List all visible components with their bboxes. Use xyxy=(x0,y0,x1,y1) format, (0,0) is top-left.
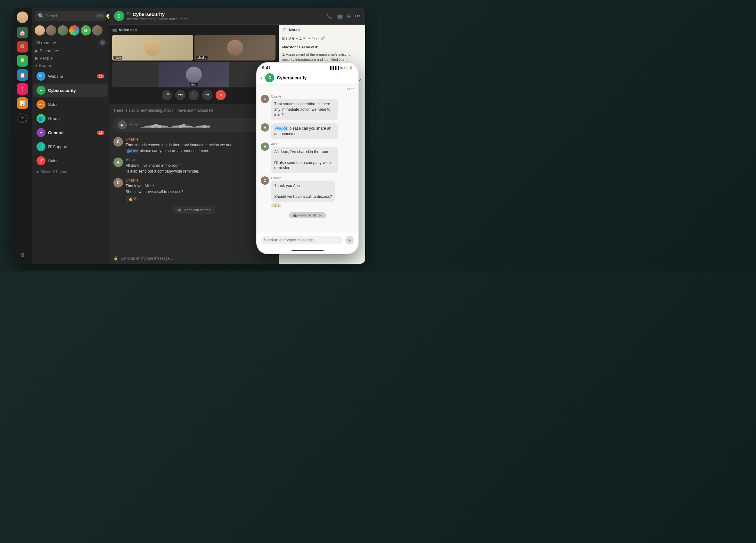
room-badge-general: 12 xyxy=(97,131,104,135)
notes-heading: Milestones Achieved: xyxy=(282,45,362,50)
mute-button[interactable]: 🎤 xyxy=(162,90,172,100)
nav-analytics[interactable]: 📊 xyxy=(17,97,28,109)
video-label-bob: Bob xyxy=(190,83,198,86)
room-it-support[interactable]: ⊙ IT Support xyxy=(33,140,108,153)
mobile-send-button[interactable]: ▶ xyxy=(345,236,354,245)
truncated-message: There is also a new phishing attack. I h… xyxy=(113,108,248,113)
mobile-bubble-alice-1: All done, I've shared in the room. I'll … xyxy=(271,147,338,173)
strikethrough-icon[interactable]: S xyxy=(292,37,294,40)
audio-time: 00:23 xyxy=(129,123,138,127)
system-message: 📹 Video call started xyxy=(113,206,274,214)
more-button[interactable]: ••• xyxy=(355,13,360,19)
camera-button[interactable]: 📷 xyxy=(175,90,185,100)
people-header[interactable]: ▶ People xyxy=(32,54,109,62)
user-avatar[interactable] xyxy=(17,12,28,23)
avatar-charlie-1: C xyxy=(113,137,123,147)
outdent-icon[interactable]: ⇤ xyxy=(303,36,306,40)
mobile-status-bar: 9:41 ▐▐▐▐ WiFi 🔋 xyxy=(257,63,358,71)
mobile-video-icon: 📹 xyxy=(293,214,297,217)
header-title-group: 🛡 Cybersecurity Internal room for guidan… xyxy=(127,12,324,21)
msg-text-alice-1: All done, I've shared in the room. I'll … xyxy=(126,163,274,174)
mobile-chat-input[interactable] xyxy=(261,236,343,244)
mobile-time: 9:41 xyxy=(262,65,270,70)
room-general[interactable]: ✦ General 12 xyxy=(33,126,108,139)
room-sales-2[interactable]: ↺ Sales xyxy=(33,154,108,168)
ordered-list-icon[interactable]: 1. xyxy=(299,37,302,40)
video-button[interactable]: 📹 xyxy=(336,13,343,19)
all-rooms-header[interactable]: All rooms ▾ + xyxy=(32,38,109,47)
recent-avatar-4[interactable] xyxy=(69,25,79,36)
msg-content-charlie-2: Charlie Thank you Alice! Should we have … xyxy=(126,178,274,202)
mobile-avatar-alice-1: A xyxy=(261,143,269,151)
people-label: People xyxy=(40,56,53,61)
search-bar[interactable]: 🔍 ⌘K 🧭 xyxy=(35,11,106,21)
quote-icon[interactable]: " xyxy=(312,37,313,40)
mobile-avatar-charlie-1: C xyxy=(261,95,269,103)
room-icon-sales1: 🎯 xyxy=(37,100,45,109)
room-icon-group: 👥 xyxy=(37,114,45,123)
nav-home[interactable]: 🏠 xyxy=(17,27,28,38)
add-room-button[interactable]: + xyxy=(99,39,106,46)
room-website[interactable]: 🔍 Website 10 xyxy=(33,70,108,83)
nav-dashboard[interactable]: 🏛 xyxy=(17,41,28,53)
icon-nav-bar: 🏠 🏛 💡 📋 📍 📊 + ⚙ xyxy=(13,8,32,264)
room-header-avatar: C xyxy=(114,11,124,21)
favourites-header[interactable]: ▶ Favourites xyxy=(32,47,109,54)
room-name-it: IT Support xyxy=(48,144,104,149)
mobile-system-msg: 📹 video call started xyxy=(261,212,354,218)
room-group[interactable]: 👥 Group xyxy=(33,112,108,125)
mobile-reaction[interactable]: 👍 2 xyxy=(271,203,281,208)
back-button[interactable]: ‹ xyxy=(261,75,263,81)
italic-icon[interactable]: I xyxy=(286,37,287,40)
grid-button[interactable]: ⊞ xyxy=(347,13,351,19)
search-input[interactable] xyxy=(46,14,94,18)
show-more-label: Show 101 more xyxy=(40,170,67,174)
nav-location[interactable]: 📍 xyxy=(17,83,28,95)
mobile-mention-alice: @Alice xyxy=(274,126,288,131)
show-more-button[interactable]: ▾ Show 101 more xyxy=(32,168,109,176)
notes-item-1: 1. Assessment of the organization's exis… xyxy=(282,52,362,62)
recent-avatar-2[interactable] xyxy=(46,25,56,36)
room-badge-website: 10 xyxy=(97,74,104,78)
home-bar xyxy=(292,250,324,251)
header-actions: 📞 📹 ⊞ ••• xyxy=(326,13,360,19)
system-bubble: 📹 Video call started xyxy=(173,206,215,214)
recent-avatar-3[interactable] xyxy=(58,25,68,36)
bold-icon[interactable]: B xyxy=(282,37,285,40)
mobile-bubble-charlie-1: That sounds concerning. Is there any imm… xyxy=(271,99,338,120)
play-button[interactable]: ▶ xyxy=(118,120,127,129)
more-vc-button[interactable]: ••• xyxy=(202,90,212,100)
settings-icon[interactable]: ⚙ xyxy=(17,250,28,260)
video-grid: Alice Charlie Bob xyxy=(112,35,275,87)
shield-icon: 🛡 xyxy=(127,12,131,16)
recent-avatar-6[interactable] xyxy=(92,25,103,36)
mobile-system-text: video call started xyxy=(298,214,322,217)
room-name-sales2: Sales xyxy=(48,159,104,163)
chat-input[interactable] xyxy=(121,256,274,261)
phone-button[interactable]: 📞 xyxy=(326,13,333,19)
link-icon[interactable]: 🔗 xyxy=(321,36,325,40)
nav-tasks[interactable]: 📋 xyxy=(17,69,28,81)
room-name-cybersecurity: Cybersecurity xyxy=(48,88,104,93)
mobile-header: ‹ C Cybersecurity xyxy=(257,71,358,85)
sidebar: 🔍 ⌘K 🧭 G All rooms ▾ + ▶ Favourites xyxy=(32,8,109,264)
underline-icon[interactable]: U xyxy=(288,37,291,40)
message-alice-1: A Alice All done, I've shared in the roo… xyxy=(113,158,274,174)
reaction-thumbsup[interactable]: 👍 2 xyxy=(126,196,139,202)
recent-avatar-1[interactable] xyxy=(35,25,45,36)
code-icon[interactable]: </> xyxy=(314,37,319,40)
room-cybersecurity[interactable]: ● Cybersecurity xyxy=(33,84,108,97)
room-sales-1[interactable]: 🎯 Sales xyxy=(33,98,108,111)
mobile-msg-charlie-2: C Charlie Thank you Alice! Should we hav… xyxy=(261,177,354,208)
screen-share-button[interactable]: ⬛ xyxy=(189,90,199,100)
nav-discovery[interactable]: 💡 xyxy=(17,55,28,67)
recent-avatar-5[interactable]: G xyxy=(81,25,91,36)
end-call-button[interactable]: ✕ xyxy=(216,90,226,100)
room-name-website: Website xyxy=(48,74,95,79)
mobile-msg-alice-1: A Alice All done, I've shared in the roo… xyxy=(261,143,354,173)
bullet-icon[interactable]: ≡ xyxy=(296,37,298,40)
nav-add-button[interactable]: + xyxy=(17,113,28,123)
recent-avatars: G xyxy=(32,24,109,38)
all-rooms-label: All rooms xyxy=(35,40,53,45)
indent-icon[interactable]: ⇥ xyxy=(308,36,310,40)
